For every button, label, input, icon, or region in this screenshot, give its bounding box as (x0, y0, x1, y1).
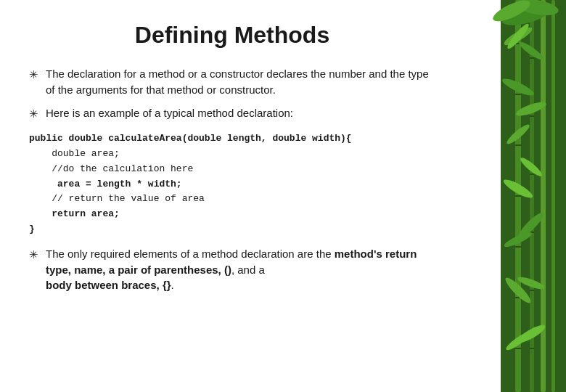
bullet-star-2: ✳ (29, 106, 38, 122)
bullet-text-1: The declaration for a method or a constr… (46, 66, 435, 98)
bullet3-suffix: , and a (231, 264, 265, 276)
bullet-item-1: ✳ The declaration for a method or a cons… (29, 66, 435, 98)
bullet3-prefix: The only required elements of a method d… (46, 248, 335, 260)
code-line-7: } (29, 222, 435, 237)
code-line-4: area = length * width; (29, 177, 435, 192)
slide-content: Defining Methods ✳ The declaration for a… (29, 22, 537, 293)
code-line-2: double area; (29, 147, 435, 162)
bullet-text-2: Here is an example of a typical method d… (46, 105, 435, 121)
bullet-item-2: ✳ Here is an example of a typical method… (29, 105, 435, 122)
svg-rect-4 (551, 0, 555, 392)
code-line-6: return area; (29, 207, 435, 222)
code-block: public double calculateArea(double lengt… (29, 131, 435, 237)
bullet3-end: . (171, 279, 174, 291)
code-line-1: public double calculateArea(double lengt… (29, 131, 435, 147)
bullet-text-3: The only required elements of a method d… (46, 246, 435, 293)
bullet-star-3: ✳ (29, 247, 38, 263)
code-line-5: // return the value of area (29, 192, 435, 207)
bullet3-bold2: body between braces, {} (46, 279, 171, 291)
slide-title: Defining Methods (29, 22, 435, 49)
slide-container: Defining Methods ✳ The declaration for a… (0, 0, 566, 392)
bullet-star-1: ✳ (29, 67, 38, 83)
code-line-3: //do the calculation here (29, 162, 435, 177)
bullet-item-3: ✳ The only required elements of a method… (29, 246, 435, 293)
